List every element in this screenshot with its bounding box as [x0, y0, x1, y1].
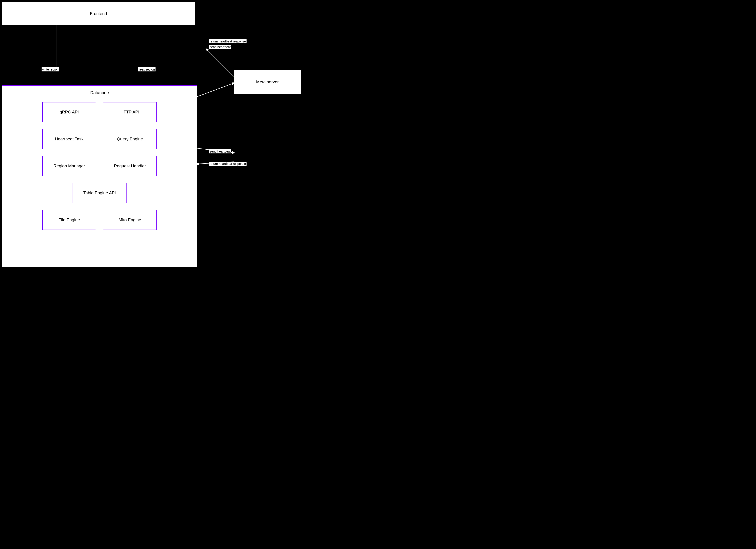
- frontend-label: Frontend: [90, 11, 107, 16]
- grpc-api-label: gRPC API: [60, 110, 79, 115]
- mito-engine-label: Mito Engine: [119, 218, 141, 223]
- datanode-label: Datanode: [2, 86, 197, 98]
- return-heartbeat-response-bottom-label: return heartbeat response: [209, 162, 247, 166]
- region-manager-box: Region Manager: [42, 156, 96, 176]
- read-region-label: read region: [138, 67, 156, 71]
- svg-line-3: [207, 49, 234, 76]
- grpc-api-box: gRPC API: [42, 102, 96, 122]
- table-engine-api-box: Table Engine API: [73, 183, 127, 203]
- svg-line-2: [197, 83, 234, 97]
- http-api-box: HTTP API: [103, 102, 157, 122]
- table-engine-api-label: Table Engine API: [83, 191, 116, 196]
- file-engine-box: File Engine: [42, 210, 96, 230]
- meta-server-box: Meta server: [234, 70, 301, 94]
- return-heartbeat-response-top-label: return heartbeat response: [209, 39, 247, 43]
- heartbeat-task-box: Heartbeat Task: [42, 129, 96, 149]
- frontend-box: Frontend: [2, 2, 195, 25]
- region-manager-label: Region Manager: [53, 164, 85, 169]
- send-heartbeat-bottom-label: send heartbeat: [209, 149, 231, 154]
- http-api-label: HTTP API: [120, 110, 139, 115]
- datanode-box: Datanode gRPC API HTTP API Heartbeat Tas…: [2, 85, 197, 267]
- meta-server-label: Meta server: [256, 80, 279, 85]
- request-handler-box: Request Handler: [103, 156, 157, 176]
- mito-engine-box: Mito Engine: [103, 210, 157, 230]
- datanode-grid: gRPC API HTTP API Heartbeat Task Query E…: [2, 98, 197, 235]
- query-engine-label: Query Engine: [117, 137, 143, 142]
- request-handler-label: Request Handler: [114, 164, 146, 169]
- heartbeat-task-label: Heartbeat Task: [55, 137, 83, 142]
- send-heartbeat-top-label: send heartbeat: [209, 45, 231, 49]
- file-engine-label: File Engine: [58, 218, 80, 223]
- query-engine-box: Query Engine: [103, 129, 157, 149]
- write-region-label: write region: [42, 67, 59, 71]
